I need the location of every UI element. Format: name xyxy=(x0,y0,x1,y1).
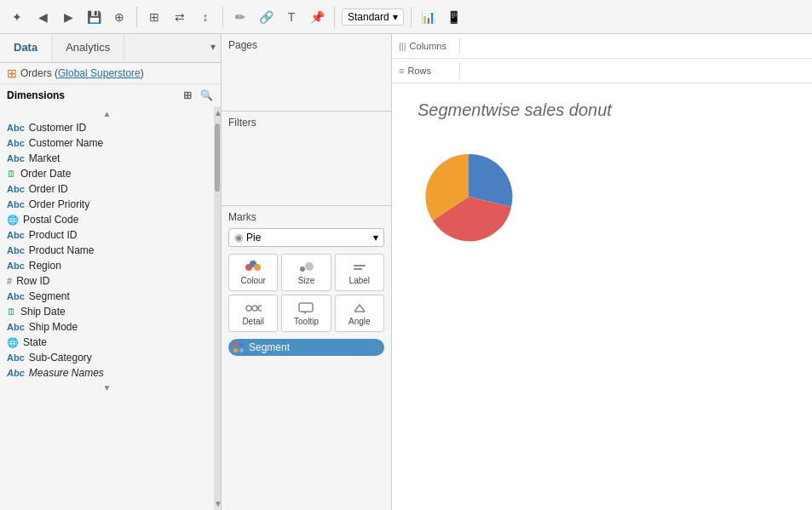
type-hash-icon: # xyxy=(7,276,12,286)
dim-market[interactable]: Abc Market xyxy=(0,151,214,166)
type-abc-icon: Abc xyxy=(7,291,25,301)
dim-order-priority[interactable]: Abc Order Priority xyxy=(0,197,214,212)
type-globe-icon: 🌐 xyxy=(7,215,19,226)
segment-pill[interactable]: Segment xyxy=(228,339,384,356)
viz-area: Segmentwise sales donut xyxy=(392,83,812,510)
tabs-arrow[interactable]: ▾ xyxy=(205,34,221,62)
tooltip-icon xyxy=(297,301,314,315)
dim-label: Order Priority xyxy=(29,198,89,210)
scroll-arrow-up[interactable]: ▲ xyxy=(214,106,221,119)
swap-icon[interactable]: ⇄ xyxy=(170,7,190,27)
dim-region[interactable]: Abc Region xyxy=(0,258,214,273)
datasource-link[interactable]: Global Superstore xyxy=(58,67,141,79)
sep3 xyxy=(334,7,335,27)
dim-customer-id[interactable]: Abc Customer ID xyxy=(0,120,214,135)
dim-sub-category[interactable]: Abc Sub-Category xyxy=(0,350,214,365)
label-btn[interactable]: Label xyxy=(335,254,384,291)
type-abc-icon: Abc xyxy=(7,368,25,378)
colour-btn[interactable]: Colour xyxy=(228,254,278,291)
standard-label: Standard xyxy=(348,11,389,23)
size-label: Size xyxy=(298,276,314,285)
highlight-icon[interactable]: ✏ xyxy=(230,7,251,27)
marks-buttons-grid: Colour Size Label xyxy=(228,254,384,332)
add-datasource-button[interactable]: ⊕ xyxy=(109,7,130,27)
dim-segment[interactable]: Abc Segment xyxy=(0,289,214,304)
segment-label: Segment xyxy=(249,341,290,353)
angle-label: Angle xyxy=(348,317,371,326)
label-icon xyxy=(351,261,368,274)
save-button[interactable]: 💾 xyxy=(84,7,104,27)
dim-customer-name[interactable]: Abc Customer Name xyxy=(0,135,214,151)
segment-dot-1 xyxy=(233,342,238,347)
columns-area[interactable] xyxy=(460,34,812,58)
tab-data[interactable]: Data xyxy=(0,34,52,62)
filters-content[interactable] xyxy=(228,132,384,200)
pages-title: Pages xyxy=(228,39,384,51)
detail-icon xyxy=(245,301,262,315)
dim-label: Order ID xyxy=(29,183,68,195)
rows-text: Rows xyxy=(407,66,431,76)
link-icon[interactable]: 🔗 xyxy=(256,7,276,27)
dim-measure-names[interactable]: Abc Measure Names xyxy=(0,365,214,381)
dim-label: State xyxy=(23,336,47,348)
dim-product-name[interactable]: Abc Product Name xyxy=(0,243,214,258)
type-date-icon: 🗓 xyxy=(7,307,16,317)
sep2 xyxy=(222,7,223,27)
dim-order-id[interactable]: Abc Order ID xyxy=(0,181,214,197)
size-btn[interactable]: Size xyxy=(281,254,331,291)
grid-view-icon[interactable]: ⊞ xyxy=(180,88,195,103)
dim-product-id[interactable]: Abc Product ID xyxy=(0,227,214,243)
dim-state[interactable]: 🌐 State xyxy=(0,335,214,350)
detail-btn[interactable]: Detail xyxy=(228,295,278,332)
segment-pill-dots xyxy=(233,342,245,352)
type-abc-icon: Abc xyxy=(7,230,25,240)
svg-rect-5 xyxy=(354,265,366,266)
tooltip-btn[interactable]: Tooltip xyxy=(281,295,331,332)
dimensions-controls: ⊞ 🔍 xyxy=(180,88,214,103)
pin-icon[interactable]: 📌 xyxy=(307,7,327,27)
search-icon[interactable]: 🔍 xyxy=(199,88,214,103)
dim-row-id[interactable]: # Row ID xyxy=(0,273,214,289)
datasource-label: Orders (Global Superstore) xyxy=(20,67,144,79)
type-abc-icon: Abc xyxy=(7,123,25,133)
scroll-thumb[interactable] xyxy=(215,123,220,192)
pages-content[interactable] xyxy=(228,54,384,106)
svg-point-2 xyxy=(254,264,261,271)
tooltip-label: Tooltip xyxy=(294,317,319,326)
pages-section: Pages xyxy=(222,34,391,112)
forward-button[interactable]: ▶ xyxy=(58,7,78,27)
sort-icon[interactable]: ↕ xyxy=(195,7,216,27)
scrollbar[interactable]: ▲ ▼ xyxy=(214,106,221,510)
svg-point-3 xyxy=(300,266,305,272)
marks-dropdown-arrow-icon: ▾ xyxy=(373,232,378,244)
detail-label: Detail xyxy=(242,317,264,326)
rows-label: ≡ Rows xyxy=(392,62,460,79)
pie-chart-svg xyxy=(418,146,520,248)
columns-shelf: ||| Columns xyxy=(392,34,812,59)
scroll-down-button[interactable]: ▼ xyxy=(0,381,214,394)
dim-label: Order Date xyxy=(20,168,71,180)
dim-ship-mode[interactable]: Abc Ship Mode xyxy=(0,319,214,335)
scroll-up-button[interactable]: ▲ xyxy=(0,106,214,120)
svg-point-8 xyxy=(252,306,257,311)
tab-analytics[interactable]: Analytics xyxy=(52,34,124,62)
left-panel: Data Analytics ▾ ⊞ Orders (Global Supers… xyxy=(0,34,222,510)
chart-type-icon[interactable]: 📊 xyxy=(418,7,439,27)
type-abc-icon: Abc xyxy=(7,138,25,148)
marks-type-dropdown[interactable]: ◉ Pie ▾ xyxy=(228,228,384,247)
scroll-arrow-down[interactable]: ▼ xyxy=(214,497,221,510)
middle-panel: Pages Filters Marks ◉ Pie ▾ xyxy=(222,34,392,510)
filters-section: Filters xyxy=(222,112,391,206)
dim-postal-code[interactable]: 🌐 Postal Code xyxy=(0,212,214,227)
dim-order-date[interactable]: 🗓 Order Date xyxy=(0,166,214,181)
segment-dot-3 xyxy=(233,348,238,352)
standard-dropdown[interactable]: Standard ▾ xyxy=(342,9,404,26)
device-preview-icon[interactable]: 📱 xyxy=(444,7,464,27)
data-source-row: ⊞ Orders (Global Superstore) xyxy=(0,63,221,84)
dim-ship-date[interactable]: 🗓 Ship Date xyxy=(0,304,214,319)
text-icon[interactable]: T xyxy=(281,7,302,27)
angle-btn[interactable]: Angle xyxy=(335,295,384,332)
rows-area[interactable] xyxy=(460,59,812,83)
show-me-icon[interactable]: ⊞ xyxy=(144,7,164,27)
back-button[interactable]: ◀ xyxy=(32,7,53,27)
